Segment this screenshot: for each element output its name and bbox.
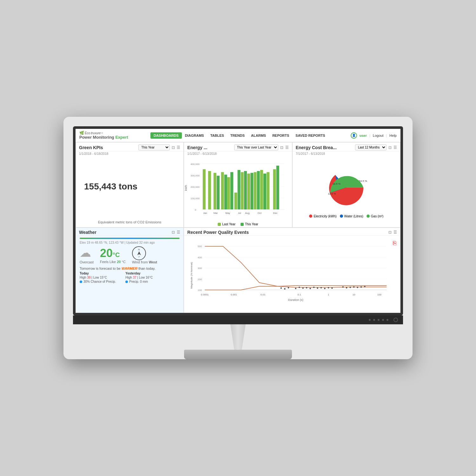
svg-point-73 bbox=[331, 288, 333, 289]
svg-point-64 bbox=[299, 287, 300, 288]
nav-alarms[interactable]: ALARMS bbox=[248, 132, 269, 139]
pie-container: 54.5 % 33.5 % 12.0 % Electricity (kWh) bbox=[293, 155, 400, 227]
brand-eco: Eco bbox=[85, 131, 90, 135]
kpi-label: Equivalent metric tons of CO2 Emissions bbox=[76, 220, 183, 224]
green-kpis-content: 155,443 tons bbox=[76, 155, 183, 218]
weather-wind: Wind from West bbox=[132, 260, 157, 264]
monitor-dot-1 bbox=[369, 319, 371, 321]
panel-power-quality: Recent Power Quality Events ⊡ ☰ ⎘ Magnit… bbox=[184, 228, 400, 313]
nav-diagrams[interactable]: DIAGRAMS bbox=[182, 132, 207, 139]
logo-power-text: Power Monitoring bbox=[79, 135, 115, 140]
compass-number: 7 bbox=[138, 255, 140, 258]
pq-expand-btn[interactable]: ⊡ bbox=[388, 230, 392, 235]
energy-date: 1/1/2017 - 6/13/2018 bbox=[184, 151, 292, 155]
svg-text:0: 0 bbox=[195, 208, 196, 211]
weather-menu-btn[interactable]: ☰ bbox=[177, 230, 180, 235]
pq-body: ⎘ Magnitude (% Nominal) 500 bbox=[184, 236, 400, 313]
legend-water-label: Water (Litres) bbox=[344, 215, 363, 218]
panel-green-kpis-header: Green KPIs This Year Last Year Last 12 M… bbox=[76, 142, 183, 151]
dashboard-grid: Green KPIs This Year Last Year Last 12 M… bbox=[76, 142, 400, 313]
weather-days: Today High 38 | Low 15°C 30% Chance of P… bbox=[80, 272, 180, 283]
svg-point-66 bbox=[306, 287, 307, 288]
svg-point-75 bbox=[346, 287, 347, 288]
pie-chart: 54.5 % 33.5 % 12.0 % bbox=[318, 165, 375, 213]
nav-reports[interactable]: REPORTS bbox=[269, 132, 292, 139]
svg-text:May: May bbox=[225, 212, 230, 215]
side-panel-tab[interactable]: › bbox=[400, 264, 400, 277]
svg-text:500: 500 bbox=[198, 245, 202, 248]
svg-text:100: 100 bbox=[198, 289, 202, 292]
topbar: 🌿 Eco truxure ® Power Monitoring Expert … bbox=[76, 129, 400, 142]
today-high: 38 bbox=[87, 276, 90, 279]
panel-energy: Energy ... This Year over Last Year This… bbox=[184, 142, 292, 228]
green-kpis-controls: This Year Last Year Last 12 Months ⊡ ☰ bbox=[138, 144, 180, 150]
logout-link[interactable]: Logout bbox=[373, 134, 384, 137]
svg-text:0.001: 0.001 bbox=[231, 293, 237, 296]
green-kpis-expand-btn[interactable]: ⊡ bbox=[172, 145, 175, 150]
svg-rect-27 bbox=[241, 172, 244, 209]
panel-weather: Weather ⊡ ☰ Elev 19 m 48.65 °N, 123.43 °… bbox=[76, 228, 184, 313]
energy-cost-period-select[interactable]: Last 12 Months This Year bbox=[355, 144, 387, 150]
panel-weather-header: Weather ⊡ ☰ bbox=[76, 228, 183, 236]
nav-saved-reports[interactable]: SAVED REPORTS bbox=[292, 132, 328, 139]
monitor-stand-base bbox=[184, 350, 292, 359]
svg-rect-28 bbox=[244, 171, 247, 209]
yesterday-label: Yesterday bbox=[125, 272, 153, 275]
svg-rect-19 bbox=[214, 173, 216, 209]
power-button-icon[interactable] bbox=[393, 318, 398, 322]
legend-electricity-label: Electricity (kWh) bbox=[314, 215, 336, 218]
weather-condition: Overcast bbox=[80, 260, 94, 264]
energy-period-select[interactable]: This Year over Last Year This Year Last … bbox=[234, 144, 278, 150]
green-kpis-period-select[interactable]: This Year Last Year Last 12 Months bbox=[138, 144, 170, 150]
pq-menu-btn[interactable]: ☰ bbox=[393, 230, 397, 235]
energy-bar-chart: kWh 400,000 300,000 200,000 100,000 0 bbox=[184, 155, 292, 222]
energy-cost-date: 7/1/2017 - 6/13/2018 bbox=[293, 151, 400, 155]
weather-expand-btn[interactable]: ⊡ bbox=[172, 230, 175, 235]
logo-area: 🌿 Eco truxure ® Power Monitoring Expert bbox=[79, 131, 128, 140]
svg-point-70 bbox=[321, 287, 322, 288]
panel-energy-cost-header: Energy Cost Brea... Last 12 Months This … bbox=[293, 142, 400, 151]
svg-rect-23 bbox=[227, 177, 230, 209]
svg-point-80 bbox=[364, 286, 366, 288]
energy-chart-area: kWh 400,000 300,000 200,000 100,000 0 bbox=[184, 155, 292, 222]
cloud-icon: ☁ bbox=[80, 246, 94, 260]
svg-point-71 bbox=[324, 288, 326, 289]
nav-dashboards[interactable]: DASHBOARDS bbox=[150, 132, 182, 139]
svg-text:kWh: kWh bbox=[184, 185, 188, 191]
panel-energy-header: Energy ... This Year over Last Year This… bbox=[184, 142, 292, 151]
svg-rect-37 bbox=[276, 166, 279, 209]
svg-text:300,000: 300,000 bbox=[191, 174, 200, 177]
precip-dot2-icon bbox=[125, 281, 128, 283]
yesterday-low: 16°C bbox=[146, 276, 153, 279]
svg-rect-34 bbox=[263, 174, 266, 209]
legend-gas: Gas (m³) bbox=[367, 215, 383, 218]
pq-controls: ⊡ ☰ bbox=[388, 230, 397, 235]
legend-electricity: Electricity (kWh) bbox=[309, 215, 336, 218]
brand-truxure: truxure bbox=[91, 131, 101, 135]
svg-text:0.0001: 0.0001 bbox=[201, 293, 209, 296]
nav-tables[interactable]: TABLES bbox=[207, 132, 227, 139]
yesterday-weather: Yesterday High 37 | Low 16°C Precip. 0 m… bbox=[125, 272, 153, 283]
nav-area: DASHBOARDS DIAGRAMS TABLES TRENDS ALARMS… bbox=[150, 132, 328, 139]
panel-pq-header: Recent Power Quality Events ⊡ ☰ bbox=[184, 228, 400, 236]
svg-point-69 bbox=[317, 288, 319, 289]
svg-point-62 bbox=[288, 287, 289, 288]
pq-export-icon[interactable]: ⎘ bbox=[393, 240, 396, 247]
legend-this-year: This Year bbox=[241, 222, 258, 226]
energy-cost-menu-btn[interactable]: ☰ bbox=[393, 145, 397, 150]
pie-legend: Electricity (kWh) Water (Litres) Gas (m³… bbox=[309, 215, 383, 218]
svg-rect-29 bbox=[247, 174, 250, 209]
help-link[interactable]: Help bbox=[389, 134, 397, 137]
legend-water: Water (Litres) bbox=[340, 215, 363, 218]
svg-point-72 bbox=[328, 287, 329, 288]
energy-cost-expand-btn[interactable]: ⊡ bbox=[388, 145, 392, 150]
svg-text:0.01: 0.01 bbox=[261, 293, 266, 296]
user-icon: 👤 bbox=[351, 132, 357, 139]
energy-expand-btn[interactable]: ⊡ bbox=[280, 145, 283, 150]
nav-trends[interactable]: TRENDS bbox=[227, 132, 248, 139]
svg-rect-17 bbox=[203, 169, 206, 209]
energy-menu-btn[interactable]: ☰ bbox=[285, 145, 289, 150]
green-kpis-menu-btn[interactable]: ☰ bbox=[177, 145, 180, 150]
svg-text:10: 10 bbox=[353, 293, 355, 296]
monitor-stand-neck bbox=[225, 324, 251, 350]
